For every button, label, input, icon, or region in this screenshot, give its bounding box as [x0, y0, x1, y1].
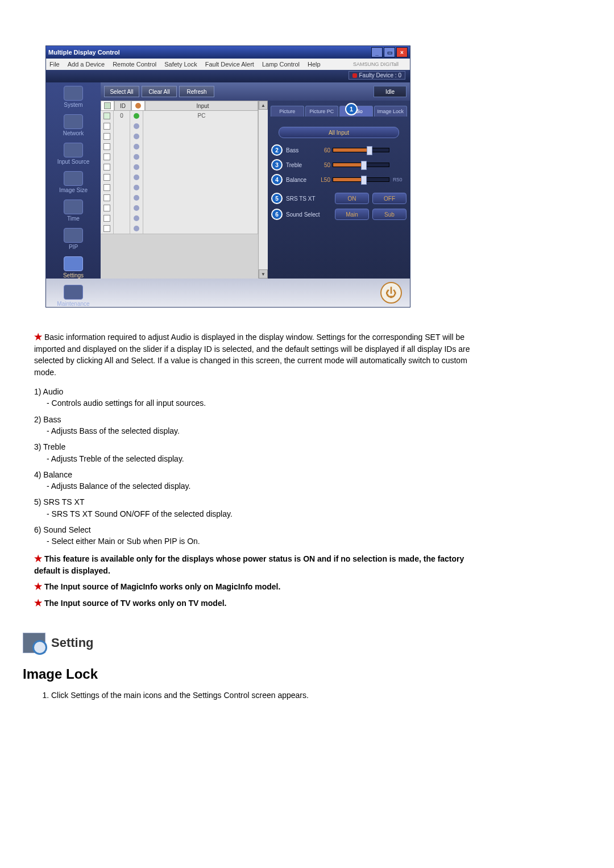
item-2-title: 2) Bass: [34, 414, 478, 425]
refresh-button[interactable]: Refresh: [179, 86, 214, 97]
treble-slider[interactable]: [333, 163, 389, 167]
sidebar-item-input-source[interactable]: Input Source: [46, 143, 101, 171]
clear-all-button[interactable]: Clear All: [142, 86, 177, 97]
minimize-icon[interactable]: _: [371, 47, 383, 57]
brand-label: SAMSUNG DIGITall: [353, 61, 399, 67]
image-lock-step-1: Click Settings of the main icons and the…: [51, 690, 478, 701]
titlebar: Multiple Display Control _ ▭ ×: [46, 46, 410, 59]
note-2: The Input source of MagicInfo works only…: [44, 582, 280, 591]
power-icon[interactable]: ⏻: [380, 282, 402, 304]
select-all-button[interactable]: Select All: [104, 86, 139, 97]
treble-value: 50: [314, 162, 333, 168]
center-pane: Select All Clear All Refresh Idle ID Inp…: [101, 82, 410, 279]
bass-label: Bass: [286, 147, 314, 153]
menu-file[interactable]: File: [49, 61, 60, 68]
menu-remote-control[interactable]: Remote Control: [113, 61, 156, 68]
all-input-button[interactable]: All Input: [279, 127, 399, 138]
star-icon: ★: [34, 580, 44, 593]
grid-header-status: [131, 101, 145, 111]
item-6-title: 6) Sound Select: [34, 524, 478, 535]
sound-select-label: Sound Select: [286, 211, 331, 218]
callout-5: 5: [271, 193, 283, 204]
tab-picture[interactable]: Picture: [271, 106, 304, 117]
balance-right-value: R50: [393, 177, 406, 182]
scroll-down-icon[interactable]: ▼: [259, 269, 268, 279]
scroll-up-icon[interactable]: ▲: [259, 101, 268, 110]
callout-1: 1: [345, 103, 358, 115]
app-footer: ⏻: [46, 279, 410, 307]
sidebar-item-settings[interactable]: Settings: [46, 256, 101, 285]
callout-3: 3: [271, 159, 283, 171]
srs-off-button[interactable]: OFF: [372, 193, 406, 204]
item-6-desc: - Select either Main or Sub when PIP is …: [47, 535, 478, 547]
balance-slider[interactable]: [333, 177, 389, 182]
sidebar-item-pip[interactable]: PIP: [46, 228, 101, 256]
image-lock-title: Image Lock: [23, 665, 478, 684]
sidebar-item-image-size[interactable]: Image Size: [46, 171, 101, 200]
document-body: ★Basic information required to adjust Au…: [34, 330, 478, 701]
note-3: The Input source of TV works only on TV …: [44, 599, 226, 608]
treble-label: Treble: [286, 162, 314, 168]
tab-picture-pc[interactable]: Picture PC: [305, 106, 339, 117]
table-row[interactable]: 0 PC: [101, 111, 258, 121]
callout-4: 4: [271, 174, 283, 185]
grid-header-checkbox[interactable]: [101, 101, 114, 111]
close-icon[interactable]: ×: [396, 47, 408, 57]
balance-label: Balance: [286, 177, 314, 183]
bass-slider[interactable]: [333, 148, 389, 152]
status-strip: Faulty Device : 0: [46, 70, 410, 82]
app-window: Multiple Display Control _ ▭ × File Add …: [45, 45, 410, 308]
item-3-desc: - Adjusts Treble of the selected display…: [47, 453, 478, 464]
status-led-icon: [134, 113, 139, 119]
sidebar-item-maintenance[interactable]: Maintenance: [46, 285, 101, 313]
star-icon: ★: [34, 330, 44, 343]
item-2-desc: - Adjusts Bass of the selected display.: [47, 425, 478, 437]
star-icon: ★: [34, 552, 44, 565]
item-1-desc: - Controls audio settings for all input …: [47, 397, 478, 409]
menu-lamp-control[interactable]: Lamp Control: [262, 61, 300, 68]
menu-help[interactable]: Help: [308, 61, 321, 68]
right-panel: Picture Picture PC Audio Image Lock 1 Al…: [268, 101, 410, 279]
bass-value: 60: [314, 147, 333, 153]
idle-indicator: Idle: [374, 86, 406, 97]
sidebar-item-time[interactable]: Time: [46, 200, 101, 228]
balance-left-value: L50: [314, 177, 333, 183]
menu-add-device[interactable]: Add a Device: [68, 61, 105, 68]
grid-scrollbar[interactable]: ▲ ▼: [258, 101, 268, 279]
srs-label: SRS TS XT: [286, 196, 331, 202]
intro-text: Basic information required to adjust Aud…: [34, 333, 470, 377]
sound-sub-button[interactable]: Sub: [372, 209, 406, 220]
grid-header-input: Input: [145, 101, 258, 111]
maximize-icon[interactable]: ▭: [384, 47, 395, 57]
callout-2: 2: [271, 144, 283, 156]
note-1: This feature is available only for the d…: [34, 554, 464, 575]
item-5-desc: - SRS TS XT Sound ON/OFF of the selected…: [47, 508, 478, 520]
star-icon: ★: [34, 596, 44, 609]
sidebar: System Network Input Source Image Size T…: [46, 82, 101, 279]
srs-on-button[interactable]: ON: [335, 193, 369, 204]
tab-image-lock[interactable]: Image Lock: [374, 106, 408, 117]
callout-6: 6: [271, 209, 283, 220]
faulty-device-badge: Faulty Device : 0: [349, 71, 405, 80]
window-title: Multiple Display Control: [48, 49, 370, 56]
item-3-title: 3) Treble: [34, 441, 478, 452]
menu-fault-device-alert[interactable]: Fault Device Alert: [205, 61, 254, 68]
menu-safety-lock[interactable]: Safety Lock: [164, 61, 197, 68]
item-1-title: 1) Audio: [34, 386, 478, 397]
menubar: File Add a Device Remote Control Safety …: [46, 59, 410, 70]
sidebar-item-network[interactable]: Network: [46, 114, 101, 143]
setting-section-icon: [23, 633, 45, 653]
setting-section-title: Setting: [51, 634, 94, 652]
sound-main-button[interactable]: Main: [335, 209, 369, 220]
item-4-title: 4) Balance: [34, 469, 478, 480]
grid-header-id: ID: [114, 101, 131, 111]
device-grid: ID Input 0 PC: [101, 101, 258, 279]
item-5-title: 5) SRS TS XT: [34, 496, 478, 508]
item-4-desc: - Adjusts Balance of the selected displa…: [47, 480, 478, 492]
sidebar-item-system[interactable]: System: [46, 86, 101, 114]
